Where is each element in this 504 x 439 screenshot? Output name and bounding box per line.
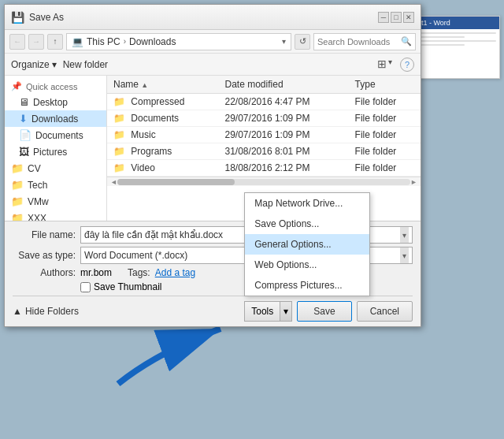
filename-dropdown-arrow[interactable]: ▾ <box>400 227 409 243</box>
view-dropdown-arrow[interactable]: ▾ <box>388 58 392 72</box>
thumbnail-checkbox[interactable] <box>80 282 91 292</box>
menu-item-compress-pictures[interactable]: Compress Pictures... <box>245 275 369 296</box>
tools-dropdown-menu[interactable]: Map Network Drive... Save Options... Gen… <box>244 192 370 296</box>
authors-label: Authors: <box>13 267 76 278</box>
filename-label: File name: <box>13 229 76 240</box>
back-button[interactable]: ← <box>9 34 25 50</box>
file-name: 📁 Programs <box>107 143 219 160</box>
new-folder-button[interactable]: New folder <box>63 59 108 70</box>
folder-icon: 📁 <box>113 129 125 140</box>
title-bar: 💾 Save As ─ □ ✕ <box>5 5 421 30</box>
search-icon: 🔍 <box>401 36 412 47</box>
organize-arrow: ▾ <box>52 59 57 70</box>
file-type: File folder <box>349 160 421 177</box>
help-icon[interactable]: ? <box>400 58 414 72</box>
title-controls: ─ □ ✕ <box>378 12 414 23</box>
sidebar-item-label: Desktop <box>33 97 68 108</box>
scrollbar-thumb[interactable] <box>117 179 235 185</box>
action-bar: ▲ Hide Folders Map Network Drive... Save… <box>13 296 413 322</box>
downloads-icon: ⬇ <box>19 113 28 125</box>
table-row[interactable]: 📁 Video 18/08/2016 2:12 PM File folder <box>107 160 421 177</box>
breadcrumb-icon: 💻 <box>72 36 83 47</box>
sidebar-item-vmw[interactable]: 📁 VMw <box>5 193 106 210</box>
menu-item-general-options[interactable]: General Options... <box>245 234 369 255</box>
folder-icon: 📁 <box>11 195 24 207</box>
sidebar-item-documents[interactable]: 📄 Documents <box>5 127 106 143</box>
folder-icon: 📁 <box>113 146 125 157</box>
hide-folders-button[interactable]: ▲ Hide Folders <box>13 306 79 317</box>
menu-item-save-options[interactable]: Save Options... <box>245 214 369 234</box>
search-box[interactable]: 🔍 <box>313 33 416 50</box>
sidebar-item-downloads[interactable]: ⬇ Downloads <box>5 110 106 127</box>
savetype-label: Save as type: <box>13 250 76 261</box>
breadcrumb-dropdown-arrow[interactable]: ▾ <box>282 37 286 46</box>
view-toggle-icon[interactable]: ⊞ <box>377 58 387 72</box>
organize-label: Organize <box>11 59 50 70</box>
menu-item-map-network[interactable]: Map Network Drive... <box>245 193 369 214</box>
maximize-button[interactable]: □ <box>391 12 402 23</box>
word-background-window: nt1 - Word <box>413 16 500 79</box>
scroll-right-btn[interactable]: ► <box>410 178 417 186</box>
tools-label: Tools <box>245 306 280 317</box>
table-row[interactable]: 📁 Music 29/07/2016 1:09 PM File folder <box>107 127 421 143</box>
savetype-dropdown-arrow[interactable]: ▾ <box>400 247 409 263</box>
breadcrumb[interactable]: 💻 This PC › Downloads ▾ <box>66 33 291 50</box>
folder-icon: 📁 <box>113 162 125 173</box>
sidebar-item-pictures[interactable]: 🖼 Pictures <box>5 143 106 160</box>
minimize-button[interactable]: ─ <box>378 12 389 23</box>
authors-value: mr.bom <box>80 267 112 278</box>
savetype-value: Word Document (*.docx) <box>84 250 187 261</box>
sidebar-item-label: CV <box>28 163 41 174</box>
breadcrumb-thispc: This PC <box>87 36 120 47</box>
file-name: 📁 Music <box>107 127 219 143</box>
folder-icon: 📁 <box>11 162 24 174</box>
sidebar-item-label: Downloads <box>32 113 78 125</box>
up-button[interactable]: ↑ <box>47 34 63 50</box>
sidebar-item-quick-access: 📌 Quick access <box>5 79 106 94</box>
word-title: nt1 - Word <box>417 19 450 27</box>
folder-icon: 📁 <box>113 96 125 107</box>
scroll-left-btn[interactable]: ◄ <box>110 178 117 186</box>
sort-arrow: ▲ <box>141 81 148 89</box>
cancel-button[interactable]: Cancel <box>357 301 413 322</box>
hide-icon: ▲ <box>13 306 22 317</box>
refresh-button[interactable]: ↺ <box>295 34 310 50</box>
file-name: 📁 Documents <box>107 110 219 127</box>
sidebar-item-label: VMw <box>28 196 49 207</box>
scrollbar-track[interactable] <box>117 179 410 185</box>
file-type: File folder <box>349 110 421 127</box>
save-button[interactable]: Save <box>297 301 351 322</box>
horizontal-scrollbar[interactable]: ◄ ► <box>107 177 421 186</box>
sidebar: 📌 Quick access 🖥 Desktop ⬇ Downloads 📄 D… <box>5 76 107 221</box>
title-bar-left: 💾 Save As <box>11 11 64 24</box>
bottom-panel: File name: đây là file cần đặt mật khẩu.… <box>5 221 421 326</box>
file-type: File folder <box>349 143 421 160</box>
sidebar-item-cv[interactable]: 📁 CV <box>5 160 106 177</box>
add-tag-link[interactable]: Add a tag <box>155 267 195 278</box>
folder-icon: 📁 <box>113 113 125 124</box>
table-row[interactable]: 📁 Programs 31/08/2016 8:01 PM File folde… <box>107 143 421 160</box>
sidebar-item-label: XXX <box>28 213 46 221</box>
menu-item-web-options[interactable]: Web Options... <box>245 255 369 275</box>
sidebar-item-tech[interactable]: 📁 Tech <box>5 177 106 193</box>
col-type[interactable]: Type <box>349 76 421 94</box>
documents-icon: 📄 <box>19 129 32 141</box>
organize-button[interactable]: Organize ▾ <box>11 59 57 70</box>
col-name[interactable]: Name ▲ <box>107 76 219 94</box>
file-type: File folder <box>349 127 421 143</box>
sidebar-item-desktop[interactable]: 🖥 Desktop <box>5 94 106 110</box>
table-row[interactable]: 📁 Documents 29/07/2016 1:09 PM File fold… <box>107 110 421 127</box>
forward-button[interactable]: → <box>28 34 44 50</box>
table-row[interactable]: 📁 Compressed 22/08/2016 4:47 PM File fol… <box>107 94 421 110</box>
col-date[interactable]: Date modified <box>219 76 349 94</box>
breadcrumb-separator: › <box>124 37 126 46</box>
tools-button[interactable]: Tools ▾ <box>244 301 292 322</box>
desktop-icon: 🖥 <box>19 96 29 108</box>
close-button[interactable]: ✕ <box>403 12 414 23</box>
tools-dropdown-arrow[interactable]: ▾ <box>280 302 291 321</box>
pictures-icon: 🖼 <box>19 146 29 158</box>
sidebar-item-xxx[interactable]: 📁 XXX <box>5 210 106 221</box>
search-input[interactable] <box>317 37 398 47</box>
folder-icon: 📁 <box>11 179 24 191</box>
sidebar-item-label: Documents <box>35 130 83 141</box>
